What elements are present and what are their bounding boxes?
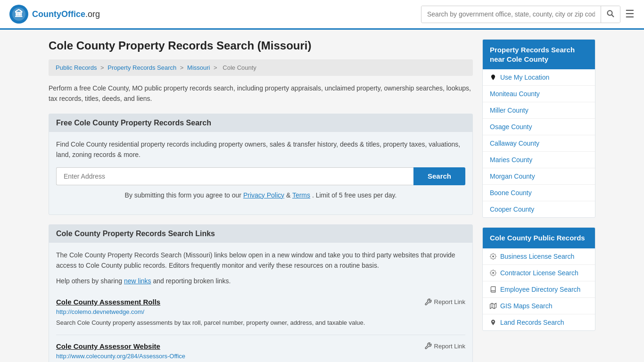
sidebar-county-0[interactable]: Moniteau County — [483, 86, 595, 102]
breadcrumb-current: Cole County — [223, 64, 256, 71]
public-record-link-1[interactable]: Contractor License Search — [500, 269, 578, 277]
sidebar-county-5[interactable]: Morgan County — [483, 168, 595, 185]
breadcrumb-link-property-records-search[interactable]: Property Records Search — [107, 64, 176, 71]
terms-link[interactable]: Terms — [292, 191, 310, 199]
sidebar-county-3[interactable]: Callaway County — [483, 135, 595, 152]
public-record-0[interactable]: Business License Search — [483, 248, 595, 265]
link-item-2-title[interactable]: Cole County Assessor Website — [56, 342, 160, 350]
public-records-heading: Cole County Public Records — [483, 228, 595, 248]
free-search-body: Find Cole County residential property re… — [49, 132, 472, 214]
location-pin-icon — [490, 74, 496, 81]
address-search-button[interactable]: Search — [413, 167, 465, 185]
logo-area: 🏛 CountyOffice.org — [9, 5, 100, 24]
sidebar-county-1[interactable]: Miller County — [483, 102, 595, 119]
page-description: Perform a free Cole County, MO public pr… — [49, 83, 473, 104]
county-link-7[interactable]: Cooper County — [490, 206, 534, 213]
breadcrumb-link-missouri[interactable]: Missouri — [187, 64, 210, 71]
land-pin-icon — [490, 319, 496, 326]
nearby-counties-heading: Property Records Search near Cole County — [483, 40, 595, 69]
header-search-bar — [421, 6, 620, 23]
county-link-5[interactable]: Morgan County — [490, 173, 535, 180]
county-link-4[interactable]: Maries County — [490, 156, 532, 164]
page-container: Cole County Property Records Search (Mis… — [39, 30, 605, 362]
breadcrumb-link-public-records[interactable]: Public Records — [56, 64, 97, 71]
breadcrumb: Public Records > Property Records Search… — [49, 59, 473, 76]
links-section: Cole County Property Records Search Link… — [49, 224, 473, 362]
wrench-icon-2 — [424, 342, 432, 350]
public-record-3[interactable]: GIS Maps Search — [483, 298, 595, 314]
menu-button[interactable]: ☰ — [625, 8, 635, 20]
svg-line-4 — [612, 15, 614, 17]
svg-point-7 — [492, 272, 494, 274]
report-link-2[interactable]: Report Link — [424, 342, 465, 350]
sidebar-county-2[interactable]: Osage County — [483, 119, 595, 135]
link-item-2-header: Cole County Assessor Website Report Link — [56, 342, 465, 350]
link-item-2-url[interactable]: http://www.colecounty.org/284/Assessors-… — [56, 353, 465, 360]
header-search-input[interactable] — [421, 6, 601, 23]
header-search-button[interactable] — [601, 6, 620, 23]
gear-icon-1 — [490, 270, 496, 276]
form-disclaimer: By submitting this form you agree to our… — [56, 190, 465, 200]
svg-point-6 — [492, 255, 494, 257]
public-record-link-0[interactable]: Business License Search — [500, 253, 574, 260]
use-my-location-item[interactable]: Use My Location — [483, 69, 595, 86]
county-link-2[interactable]: Osage County — [490, 123, 532, 131]
public-record-link-4[interactable]: Land Records Search — [500, 319, 564, 326]
main-content: Cole County Property Records Search (Mis… — [49, 39, 473, 362]
page-title: Cole County Property Records Search (Mis… — [49, 39, 473, 52]
county-link-3[interactable]: Callaway County — [490, 140, 539, 147]
public-record-link-2[interactable]: Employee Directory Search — [500, 286, 580, 293]
address-input[interactable] — [56, 167, 413, 185]
link-item-1-header: Cole County Assessment Rolls Report Link — [56, 298, 465, 306]
book-icon — [490, 286, 496, 293]
sidebar: Property Records Search near Cole County… — [482, 39, 595, 362]
svg-text:🏛: 🏛 — [15, 9, 23, 19]
county-link-0[interactable]: Moniteau County — [490, 90, 540, 98]
report-link-2-label: Report Link — [434, 343, 465, 350]
free-search-heading: Free Cole County Property Records Search — [49, 114, 472, 132]
logo-text: CountyOffice.org — [32, 9, 100, 19]
links-intro: The Cole County Property Records Search … — [56, 250, 465, 271]
report-link-1-label: Report Link — [434, 298, 465, 305]
link-item-1: Cole County Assessment Rolls Report Link… — [56, 291, 465, 335]
header: 🏛 CountyOffice.org ☰ — [0, 0, 644, 30]
public-record-4[interactable]: Land Records Search — [483, 314, 595, 330]
public-record-link-3[interactable]: GIS Maps Search — [500, 302, 553, 310]
free-search-description: Find Cole County residential property re… — [56, 139, 465, 160]
county-link-6[interactable]: Boone County — [490, 189, 532, 197]
logo-icon: 🏛 — [9, 5, 28, 24]
svg-point-11 — [493, 321, 494, 322]
nearby-counties-box: Property Records Search near Cole County… — [482, 39, 595, 218]
link-item-1-url[interactable]: http://colemo.devnetwedge.com/ — [56, 308, 465, 315]
map-icon — [490, 303, 496, 309]
sidebar-county-7[interactable]: Cooper County — [483, 201, 595, 217]
sidebar-county-6[interactable]: Boone County — [483, 185, 595, 201]
links-section-heading: Cole County Property Records Search Link… — [49, 225, 472, 243]
search-icon — [607, 10, 614, 17]
address-search-form: Search — [56, 167, 465, 185]
report-link-1[interactable]: Report Link — [424, 298, 465, 306]
link-item-1-desc: Search Cole County property assessments … — [56, 318, 465, 328]
wrench-icon — [424, 298, 432, 306]
svg-marker-8 — [490, 303, 496, 309]
link-item-2: Cole County Assessor Website Report Link… — [56, 335, 465, 362]
sidebar-county-4[interactable]: Maries County — [483, 152, 595, 168]
sharing-note: Help others by sharing new links and rep… — [56, 276, 465, 286]
county-link-1[interactable]: Miller County — [490, 107, 528, 114]
free-search-section: Free Cole County Property Records Search… — [49, 114, 473, 215]
svg-point-3 — [608, 10, 612, 15]
link-item-1-title[interactable]: Cole County Assessment Rolls — [56, 298, 160, 306]
public-records-box: Cole County Public Records Business Lice… — [482, 227, 595, 331]
public-record-2[interactable]: Employee Directory Search — [483, 281, 595, 298]
use-my-location-link[interactable]: Use My Location — [500, 74, 549, 81]
links-section-body: The Cole County Property Records Search … — [49, 243, 472, 362]
header-right: ☰ — [421, 6, 635, 23]
privacy-policy-link[interactable]: Privacy Policy — [243, 191, 284, 199]
public-record-1[interactable]: Contractor License Search — [483, 265, 595, 281]
new-links-link[interactable]: new links — [124, 277, 151, 285]
gear-icon-0 — [490, 253, 496, 260]
